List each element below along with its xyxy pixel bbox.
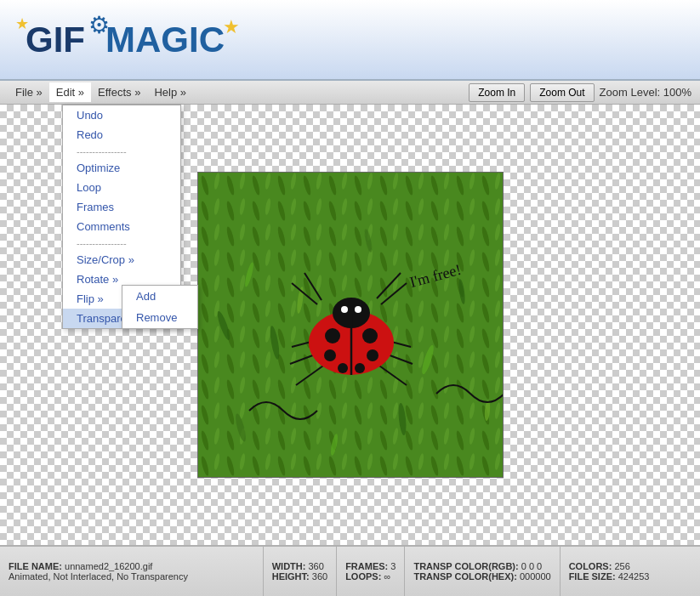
status-colors-label: COLORS:	[569, 561, 612, 571]
svg-point-34	[338, 363, 348, 373]
canvas-image: I'm free!	[197, 172, 504, 478]
status-frames-label: FRAMES:	[345, 561, 388, 571]
status-width-value: 360	[309, 561, 324, 571]
status-width-label: WIDTH:	[272, 561, 306, 571]
menu-help[interactable]: Help »	[147, 82, 193, 102]
svg-point-35	[355, 363, 365, 373]
transparency-submenu: Add Remove	[122, 285, 198, 329]
menu-edit-comments[interactable]: Comments	[63, 217, 180, 236]
menu-edit-redo[interactable]: Redo	[63, 125, 180, 145]
gif-star-icon: ★	[15, 14, 29, 33]
logo-magic-text: MAGIC	[105, 20, 225, 60]
status-transparency-section: TRANSP COLOR(RGB): 0 0 0 TRANSP COLOR(HE…	[405, 547, 560, 596]
status-transp-rgb-value: 0 0 0	[521, 561, 542, 571]
menu-edit[interactable]: Edit »	[49, 82, 91, 102]
svg-point-31	[362, 328, 378, 343]
menu-effects[interactable]: Effects »	[91, 82, 147, 102]
status-loops-label: LOOPS:	[345, 571, 381, 582]
status-filename-label: FILE NAME:	[9, 561, 62, 571]
status-height-row: HEIGHT: 360	[272, 571, 327, 582]
status-height-label: HEIGHT:	[272, 571, 310, 582]
svg-point-30	[325, 328, 340, 343]
transparency-add[interactable]: Add	[122, 286, 197, 307]
status-transp-hex-label: TRANSP COLOR(HEX):	[413, 571, 516, 582]
statusbar: FILE NAME: unnamed2_16200.gif Animated, …	[0, 545, 700, 596]
zoom-in-button[interactable]: Zoom In	[469, 83, 525, 102]
status-colors-value: 256	[614, 561, 629, 571]
app-logo: ★ GIF ⚙ MAGIC ★	[17, 20, 225, 60]
status-transp-hex-value: 000000	[520, 571, 551, 582]
zoom-level-label: Zoom Level: 100%	[600, 86, 691, 99]
svg-point-33	[367, 349, 378, 361]
status-filesize-label: FILE SIZE:	[569, 571, 616, 582]
app-header: ★ GIF ⚙ MAGIC ★	[0, 0, 700, 81]
menu-edit-frames[interactable]: Frames	[63, 197, 180, 217]
status-filesize-value: 424253	[618, 571, 650, 582]
menu-edit-undo[interactable]: Undo	[63, 105, 180, 125]
status-filename-value: unnamed2_16200.gif	[65, 561, 152, 571]
status-width-row: WIDTH: 360	[272, 561, 327, 571]
menu-edit-sep2: ----------------	[63, 236, 180, 250]
status-frames-value: 3	[390, 561, 396, 571]
svg-point-36	[341, 306, 348, 313]
status-height-value: 360	[312, 571, 327, 582]
svg-point-37	[355, 306, 361, 313]
status-frames-row: FRAMES: 3	[345, 561, 396, 571]
zoom-out-button[interactable]: Zoom Out	[530, 83, 594, 102]
magic-star-icon: ★	[223, 16, 240, 38]
transparency-remove[interactable]: Remove	[122, 307, 197, 328]
menu-file[interactable]: File »	[9, 82, 49, 102]
menu-edit-optimize[interactable]: Optimize	[63, 158, 180, 178]
menu-edit-loop[interactable]: Loop	[63, 178, 180, 197]
status-animated-label: Animated, Not Interlaced, No Transparenc…	[9, 571, 254, 582]
status-colors-section: COLORS: 256 FILE SIZE: 424253	[561, 547, 700, 596]
gif-canvas: I'm free!	[197, 172, 504, 478]
zoom-controls: Zoom In Zoom Out Zoom Level: 100%	[469, 83, 691, 102]
status-transp-hex-row: TRANSP COLOR(HEX): 000000	[413, 571, 550, 582]
logo-gif-text: GIF	[26, 20, 85, 60]
status-colors-row: COLORS: 256	[569, 561, 691, 571]
menu-edit-size-crop[interactable]: Size/Crop »	[63, 250, 180, 270]
status-filename-row: FILE NAME: unnamed2_16200.gif	[9, 561, 254, 571]
status-frames-section: FRAMES: 3 LOOPS: ∞	[337, 547, 405, 596]
status-loops-value: ∞	[384, 571, 390, 582]
status-transp-rgb-label: TRANSP COLOR(RGB):	[413, 561, 518, 571]
menubar: File » Edit » Effects » Help » Zoom In Z…	[0, 81, 700, 105]
svg-point-32	[324, 349, 336, 361]
status-filesize-row: FILE SIZE: 424253	[569, 571, 691, 582]
status-loops-row: LOOPS: ∞	[345, 571, 396, 582]
status-dimensions-section: WIDTH: 360 HEIGHT: 360	[264, 547, 337, 596]
gif-svg: I'm free!	[198, 173, 504, 478]
menu-edit-sep1: ----------------	[63, 145, 180, 158]
status-filename-section: FILE NAME: unnamed2_16200.gif Animated, …	[0, 547, 264, 596]
magic-gear-icon: ⚙	[88, 11, 110, 39]
status-transp-rgb-row: TRANSP COLOR(RGB): 0 0 0	[413, 561, 550, 571]
